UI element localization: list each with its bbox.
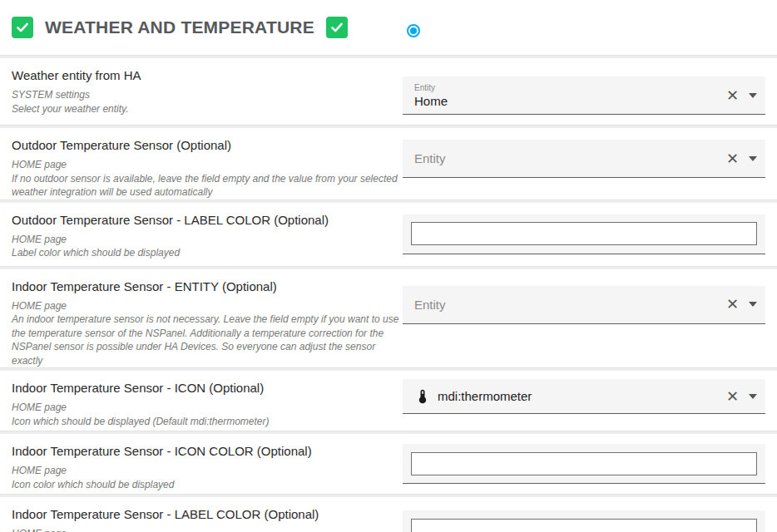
row-context: HOME page [12, 401, 403, 415]
dropdown-arrow-icon[interactable] [749, 394, 757, 399]
radio-button-selected[interactable] [407, 24, 420, 37]
checkbox-checked-icon[interactable] [12, 17, 33, 38]
dropdown-arrow-icon[interactable] [749, 302, 757, 307]
row-context: SYSTEM settings [12, 88, 403, 102]
row-title: Outdoor Temperature Sensor - LABEL COLOR… [12, 213, 403, 227]
row-context: HOME page [12, 299, 403, 313]
select-placeholder: Entity [414, 151, 726, 165]
select-placeholder: Entity [414, 298, 726, 312]
row-context: HOME page [12, 527, 403, 532]
entity-select[interactable]: Entity ✕ [403, 140, 765, 178]
clear-icon[interactable]: ✕ [726, 389, 739, 404]
color-input[interactable] [411, 222, 757, 245]
section-title: WEATHER AND TEMPERATURE [45, 17, 314, 37]
settings-row: Indoor Temperature Sensor - ENTITY (Opti… [0, 269, 777, 368]
entity-select[interactable]: Entity ✕ [403, 286, 765, 324]
entity-select[interactable]: Entity Home ✕ [403, 76, 765, 115]
row-description: An indoor temperature sensor is not nece… [12, 313, 403, 367]
row-title: Weather entity from HA [12, 68, 403, 82]
settings-row: Outdoor Temperature Sensor (Optional) HO… [0, 128, 777, 200]
row-description: Icon color which should be displayed [12, 478, 403, 492]
icon-select[interactable]: mdi:thermometer ✕ [403, 379, 765, 414]
row-title: Indoor Temperature Sensor - LABEL COLOR … [12, 507, 403, 521]
settings-row: Outdoor Temperature Sensor - LABEL COLOR… [0, 203, 777, 266]
dropdown-arrow-icon[interactable] [749, 156, 757, 161]
row-description: If no outdoor sensor is available, leave… [12, 172, 403, 200]
settings-row: Indoor Temperature Sensor - LABEL COLOR … [0, 497, 777, 532]
row-title: Outdoor Temperature Sensor (Optional) [12, 138, 403, 152]
row-description: Icon which should be displayed (Default … [12, 415, 403, 429]
row-title: Indoor Temperature Sensor - ICON (Option… [12, 381, 403, 395]
color-input-field [403, 214, 765, 254]
section-header: WEATHER AND TEMPERATURE [0, 0, 777, 55]
color-input-field [403, 444, 765, 484]
settings-row: Weather entity from HA SYSTEM settings S… [0, 58, 777, 125]
color-input[interactable] [411, 519, 757, 532]
row-context: HOME page [12, 158, 403, 172]
dropdown-arrow-icon[interactable] [749, 93, 757, 98]
settings-row: Indoor Temperature Sensor - ICON (Option… [0, 371, 777, 431]
row-title: Indoor Temperature Sensor - ICON COLOR (… [12, 444, 403, 458]
row-context: HOME page [12, 464, 403, 478]
row-description: Label color which should be displayed [12, 246, 403, 260]
row-description: Select your weather entity. [12, 102, 403, 116]
radio-dot-icon [410, 27, 417, 34]
clear-icon[interactable]: ✕ [726, 88, 739, 103]
color-input[interactable] [411, 452, 757, 475]
color-input-field [403, 510, 765, 532]
select-value: Home [414, 94, 726, 108]
select-value: mdi:thermometer [438, 389, 532, 403]
row-context: HOME page [12, 233, 403, 247]
clear-icon[interactable]: ✕ [726, 297, 739, 312]
select-label: Entity [414, 83, 726, 92]
settings-row: Indoor Temperature Sensor - ICON COLOR (… [0, 434, 777, 494]
row-title: Indoor Temperature Sensor - ENTITY (Opti… [12, 279, 403, 293]
clear-icon[interactable]: ✕ [726, 151, 739, 166]
checkbox-checked-icon[interactable] [326, 17, 348, 38]
thermometer-icon [414, 388, 431, 405]
